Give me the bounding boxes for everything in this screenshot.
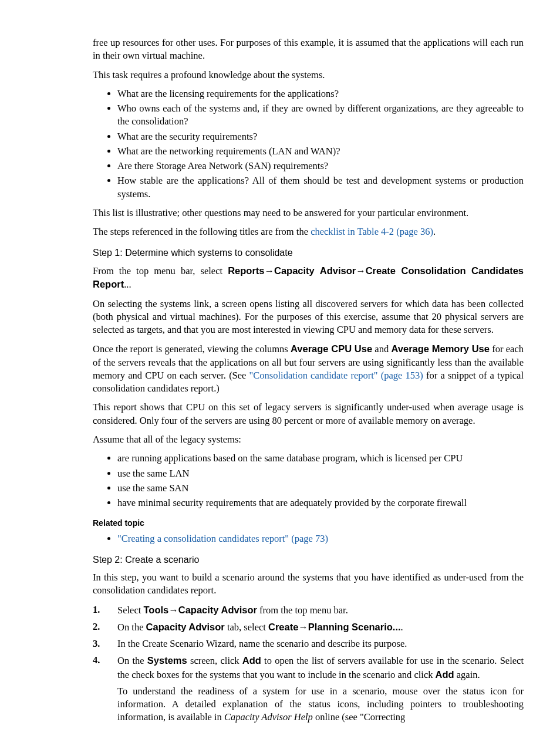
- menu-path: Reports: [228, 265, 264, 276]
- list-item: What are the networking requirements (LA…: [117, 145, 524, 158]
- related-topic-list: "Creating a consolidation candidates rep…: [93, 532, 524, 545]
- procedure-list: Select Tools→Capacity Advisor from the t…: [93, 603, 524, 724]
- menu-path: Capacity Advisor: [178, 605, 257, 615]
- column-name: Average Memory Use: [391, 343, 490, 354]
- text: From the top menu bar, select: [93, 265, 228, 276]
- text: tab, select: [225, 622, 268, 633]
- arrow-icon: →: [168, 605, 178, 616]
- list-item: Who owns each of the systems and, if the…: [117, 102, 524, 129]
- paragraph: Assume that all of the legacy systems:: [93, 433, 524, 446]
- paragraph: This task requires a profound knowledge …: [93, 69, 524, 82]
- step1-heading: Step 1: Determine which systems to conso…: [93, 247, 524, 259]
- paragraph: free up resources for other uses. For pu…: [93, 36, 524, 63]
- menu-path: Planning Scenario...: [308, 622, 401, 632]
- text: and: [372, 343, 391, 355]
- text: Once the report is generated, viewing th…: [93, 343, 291, 355]
- screen-name: Systems: [147, 655, 187, 666]
- menu-path: Tools: [143, 605, 168, 615]
- button-name: Add: [436, 669, 454, 680]
- paragraph: On selecting the systems link, a screen …: [93, 298, 524, 337]
- procedure-step: In the Create Scenario Wizard, name the …: [93, 637, 524, 650]
- arrow-icon: →: [298, 622, 308, 633]
- list-item: use the same SAN: [117, 482, 524, 495]
- text: .: [433, 226, 436, 237]
- paragraph: The steps referenced in the following ti…: [93, 225, 524, 238]
- text: .: [401, 622, 403, 633]
- arrow-icon: →: [265, 265, 275, 276]
- paragraph: From the top menu bar, select Reports→Ca…: [93, 264, 524, 292]
- procedure-step: On the Capacity Advisor tab, select Crea…: [93, 620, 524, 634]
- text: Select: [117, 605, 143, 616]
- related-topic-heading: Related topic: [93, 518, 524, 529]
- text: online (see "Correcting: [313, 711, 405, 723]
- tab-name: Capacity Advisor: [146, 622, 225, 632]
- cross-ref-link[interactable]: "Consolidation candidate report" (page 1…: [249, 370, 423, 381]
- menu-path: Capacity Advisor: [274, 265, 356, 276]
- list-item: What are the security requirements?: [117, 130, 524, 143]
- doc-title: Capacity Advisor Help: [224, 711, 313, 723]
- procedure-substep: To understand the readiness of a system …: [117, 685, 524, 724]
- cross-ref-link[interactable]: checklist in Table 4-2 (page 36): [311, 226, 433, 237]
- list-item: use the same LAN: [117, 467, 524, 480]
- button-name: Add: [242, 655, 261, 666]
- paragraph: This report shows that CPU on this set o…: [93, 401, 524, 427]
- assumption-list: are running applications based on the sa…: [93, 452, 524, 509]
- step2-heading: Step 2: Create a scenario: [93, 553, 524, 566]
- text: On the: [117, 622, 146, 633]
- list-item: are running applications based on the sa…: [117, 452, 524, 465]
- paragraph: Once the report is generated, viewing th…: [93, 342, 524, 395]
- text: The steps referenced in the following ti…: [93, 226, 311, 237]
- text: again.: [454, 669, 480, 680]
- arrow-icon: →: [356, 265, 366, 276]
- question-list: What are the licensing requirements for …: [93, 87, 524, 201]
- procedure-step: Select Tools→Capacity Advisor from the t…: [93, 603, 524, 617]
- text: screen, click: [187, 655, 242, 666]
- cross-ref-link[interactable]: "Creating a consolidation candidates rep…: [117, 533, 328, 544]
- text: from the top menu bar.: [257, 605, 348, 616]
- text: ...: [124, 279, 131, 290]
- list-item: What are the licensing requirements for …: [117, 87, 524, 100]
- text: On the: [117, 655, 147, 666]
- list-item: Are there Storage Area Network (SAN) req…: [117, 160, 524, 173]
- column-name: Average CPU Use: [291, 343, 372, 354]
- procedure-step: On the Systems screen, click Add to open…: [93, 654, 524, 724]
- list-item: How stable are the applications? All of …: [117, 174, 524, 201]
- list-item: have minimal security requirements that …: [117, 497, 524, 509]
- paragraph: This list is illustrative; other questio…: [93, 207, 524, 220]
- menu-path: Create: [268, 622, 298, 632]
- paragraph: In this step, you want to build a scenar…: [93, 571, 524, 598]
- list-item: "Creating a consolidation candidates rep…: [117, 532, 524, 545]
